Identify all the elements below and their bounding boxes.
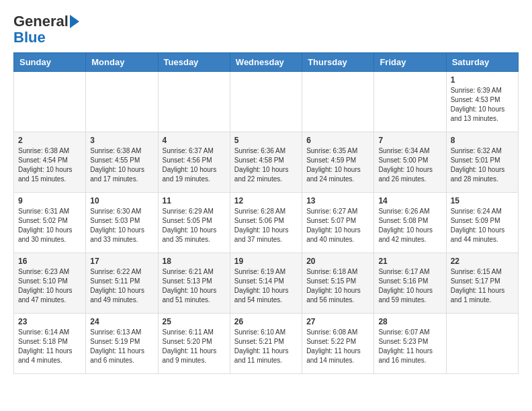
day-info: Sunrise: 6:39 AM Sunset: 4:53 PM Dayligh… [451, 86, 514, 124]
calendar-cell: 8Sunrise: 6:32 AM Sunset: 5:01 PM Daylig… [446, 132, 518, 193]
calendar-cell [14, 72, 86, 132]
day-number: 19 [234, 257, 298, 266]
calendar-cell: 3Sunrise: 6:38 AM Sunset: 4:55 PM Daylig… [86, 132, 158, 193]
day-info: Sunrise: 6:08 AM Sunset: 5:22 PM Dayligh… [306, 328, 369, 365]
day-info: Sunrise: 6:13 AM Sunset: 5:19 PM Dayligh… [90, 328, 153, 365]
day-number: 25 [163, 317, 226, 326]
day-number: 9 [18, 196, 81, 205]
calendar-cell: 23Sunrise: 6:14 AM Sunset: 5:18 PM Dayli… [14, 314, 86, 374]
day-info: Sunrise: 6:31 AM Sunset: 5:02 PM Dayligh… [18, 207, 81, 244]
calendar-cell: 15Sunrise: 6:24 AM Sunset: 5:09 PM Dayli… [446, 193, 518, 253]
calendar-cell [374, 72, 446, 132]
calendar-cell: 17Sunrise: 6:22 AM Sunset: 5:11 PM Dayli… [86, 253, 158, 314]
calendar-cell [446, 314, 518, 374]
calendar-week-row: 16Sunrise: 6:23 AM Sunset: 5:10 PM Dayli… [14, 253, 519, 314]
day-number: 7 [378, 136, 441, 145]
weekday-header-saturday: Saturday [446, 53, 518, 72]
day-number: 14 [378, 196, 441, 205]
calendar-cell: 28Sunrise: 6:07 AM Sunset: 5:23 PM Dayli… [374, 314, 446, 374]
day-number: 23 [18, 317, 81, 326]
weekday-header-tuesday: Tuesday [158, 53, 230, 72]
calendar-header-row: SundayMondayTuesdayWednesdayThursdayFrid… [14, 53, 519, 72]
day-info: Sunrise: 6:37 AM Sunset: 4:56 PM Dayligh… [163, 146, 226, 184]
day-number: 27 [306, 317, 369, 326]
day-info: Sunrise: 6:26 AM Sunset: 5:08 PM Dayligh… [378, 207, 441, 244]
day-info: Sunrise: 6:21 AM Sunset: 5:13 PM Dayligh… [163, 267, 226, 305]
day-info: Sunrise: 6:36 AM Sunset: 4:58 PM Dayligh… [234, 146, 298, 184]
calendar-week-row: 9Sunrise: 6:31 AM Sunset: 5:02 PM Daylig… [14, 193, 519, 253]
day-info: Sunrise: 6:24 AM Sunset: 5:09 PM Dayligh… [451, 207, 514, 244]
calendar-cell: 27Sunrise: 6:08 AM Sunset: 5:22 PM Dayli… [302, 314, 374, 374]
day-info: Sunrise: 6:35 AM Sunset: 4:59 PM Dayligh… [306, 146, 369, 184]
logo: General Blue [13, 13, 79, 46]
calendar-cell: 12Sunrise: 6:28 AM Sunset: 5:06 PM Dayli… [230, 193, 302, 253]
day-number: 5 [234, 136, 298, 145]
day-number: 12 [234, 196, 298, 205]
calendar-cell: 26Sunrise: 6:10 AM Sunset: 5:21 PM Dayli… [230, 314, 302, 374]
day-number: 22 [451, 257, 514, 266]
day-number: 18 [163, 257, 226, 266]
weekday-header-wednesday: Wednesday [230, 53, 302, 72]
calendar-cell: 24Sunrise: 6:13 AM Sunset: 5:19 PM Dayli… [86, 314, 158, 374]
day-info: Sunrise: 6:34 AM Sunset: 5:00 PM Dayligh… [378, 146, 441, 184]
calendar-week-row: 23Sunrise: 6:14 AM Sunset: 5:18 PM Dayli… [14, 314, 519, 374]
day-number: 1 [451, 75, 514, 85]
calendar-cell: 21Sunrise: 6:17 AM Sunset: 5:16 PM Dayli… [374, 253, 446, 314]
day-number: 20 [306, 257, 369, 266]
day-number: 24 [90, 317, 153, 326]
day-number: 4 [163, 136, 226, 145]
calendar-cell: 13Sunrise: 6:27 AM Sunset: 5:07 PM Dayli… [302, 193, 374, 253]
calendar-cell [158, 72, 230, 132]
day-info: Sunrise: 6:15 AM Sunset: 5:17 PM Dayligh… [451, 267, 514, 305]
calendar-cell: 11Sunrise: 6:29 AM Sunset: 5:05 PM Dayli… [158, 193, 230, 253]
weekday-header-thursday: Thursday [302, 53, 374, 72]
day-info: Sunrise: 6:22 AM Sunset: 5:11 PM Dayligh… [90, 267, 153, 305]
calendar-table: SundayMondayTuesdayWednesdayThursdayFrid… [13, 52, 519, 374]
calendar-cell [302, 72, 374, 132]
day-number: 16 [18, 257, 81, 266]
day-number: 2 [18, 136, 81, 145]
calendar-cell: 25Sunrise: 6:11 AM Sunset: 5:20 PM Dayli… [158, 314, 230, 374]
day-info: Sunrise: 6:10 AM Sunset: 5:21 PM Dayligh… [234, 328, 298, 365]
page-header: General Blue [13, 13, 519, 46]
calendar-week-row: 1Sunrise: 6:39 AM Sunset: 4:53 PM Daylig… [14, 72, 519, 132]
calendar-cell: 16Sunrise: 6:23 AM Sunset: 5:10 PM Dayli… [14, 253, 86, 314]
day-info: Sunrise: 6:18 AM Sunset: 5:15 PM Dayligh… [306, 267, 369, 305]
calendar-cell: 9Sunrise: 6:31 AM Sunset: 5:02 PM Daylig… [14, 193, 86, 253]
day-number: 13 [306, 196, 369, 205]
calendar-cell: 14Sunrise: 6:26 AM Sunset: 5:08 PM Dayli… [374, 193, 446, 253]
day-info: Sunrise: 6:28 AM Sunset: 5:06 PM Dayligh… [234, 207, 298, 244]
day-info: Sunrise: 6:23 AM Sunset: 5:10 PM Dayligh… [18, 267, 81, 305]
calendar-cell: 1Sunrise: 6:39 AM Sunset: 4:53 PM Daylig… [446, 72, 518, 132]
day-number: 8 [451, 136, 514, 145]
day-info: Sunrise: 6:27 AM Sunset: 5:07 PM Dayligh… [306, 207, 369, 244]
weekday-header-friday: Friday [374, 53, 446, 72]
weekday-header-sunday: Sunday [14, 53, 86, 72]
day-number: 3 [90, 136, 153, 145]
day-number: 17 [90, 257, 153, 266]
day-number: 10 [90, 196, 153, 205]
day-number: 6 [306, 136, 369, 145]
calendar-cell [86, 72, 158, 132]
calendar-cell: 20Sunrise: 6:18 AM Sunset: 5:15 PM Dayli… [302, 253, 374, 314]
logo-arrow-icon [70, 15, 79, 28]
calendar-cell: 7Sunrise: 6:34 AM Sunset: 5:00 PM Daylig… [374, 132, 446, 193]
calendar-cell: 2Sunrise: 6:38 AM Sunset: 4:54 PM Daylig… [14, 132, 86, 193]
day-number: 15 [451, 196, 514, 205]
calendar-cell: 18Sunrise: 6:21 AM Sunset: 5:13 PM Dayli… [158, 253, 230, 314]
day-info: Sunrise: 6:38 AM Sunset: 4:55 PM Dayligh… [90, 146, 153, 184]
day-info: Sunrise: 6:17 AM Sunset: 5:16 PM Dayligh… [378, 267, 441, 305]
day-number: 28 [378, 317, 441, 326]
calendar-cell: 6Sunrise: 6:35 AM Sunset: 4:59 PM Daylig… [302, 132, 374, 193]
calendar-cell: 4Sunrise: 6:37 AM Sunset: 4:56 PM Daylig… [158, 132, 230, 193]
day-info: Sunrise: 6:29 AM Sunset: 5:05 PM Dayligh… [163, 207, 226, 244]
logo-blue: Blue [13, 30, 46, 46]
day-info: Sunrise: 6:19 AM Sunset: 5:14 PM Dayligh… [234, 267, 298, 305]
day-info: Sunrise: 6:38 AM Sunset: 4:54 PM Dayligh… [18, 146, 81, 184]
weekday-header-monday: Monday [86, 53, 158, 72]
day-info: Sunrise: 6:14 AM Sunset: 5:18 PM Dayligh… [18, 328, 81, 365]
day-info: Sunrise: 6:07 AM Sunset: 5:23 PM Dayligh… [378, 328, 441, 365]
day-number: 11 [163, 196, 226, 205]
calendar-cell: 22Sunrise: 6:15 AM Sunset: 5:17 PM Dayli… [446, 253, 518, 314]
calendar-week-row: 2Sunrise: 6:38 AM Sunset: 4:54 PM Daylig… [14, 132, 519, 193]
